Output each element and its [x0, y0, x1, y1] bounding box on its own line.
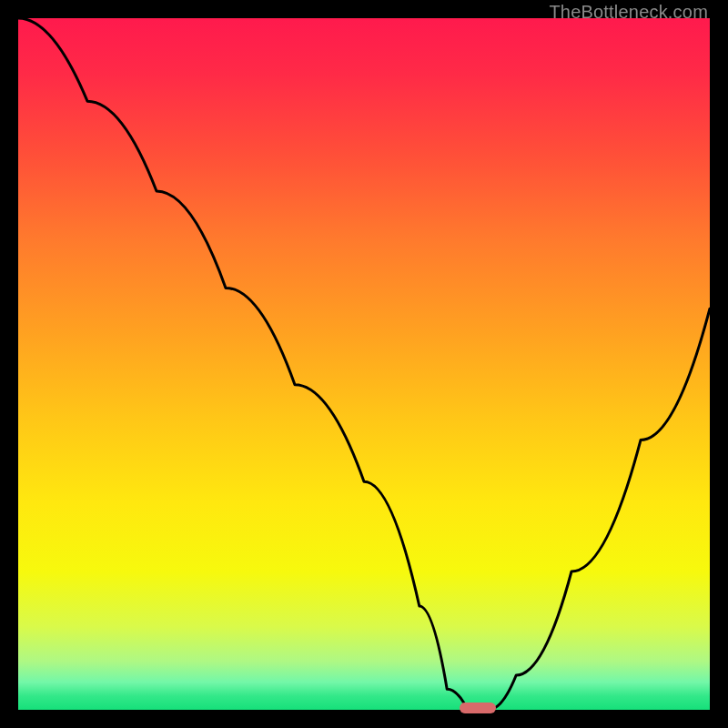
bottleneck-chart: TheBottleneck.com: [0, 0, 728, 728]
optimal-point-marker: [460, 703, 496, 713]
watermark-text: TheBottleneck.com: [549, 2, 708, 23]
chart-gradient-background: [18, 18, 710, 710]
